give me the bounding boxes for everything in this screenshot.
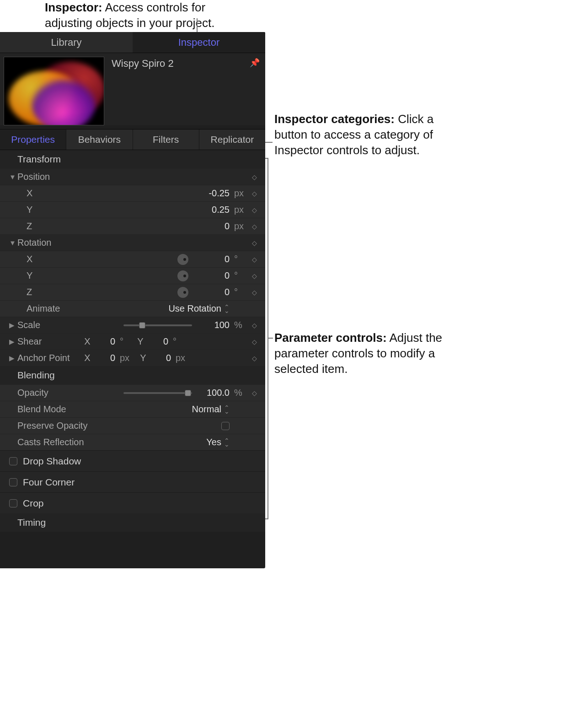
tab-replicator[interactable]: Replicator	[199, 129, 265, 150]
row-preserve-opacity: Preserve Opacity	[0, 417, 265, 434]
keyframe-icon[interactable]	[250, 289, 259, 296]
position-y-value[interactable]: 0.25	[202, 205, 230, 215]
shear-y-value[interactable]: 0	[150, 336, 168, 347]
shear-x-value[interactable]: 0	[97, 336, 115, 347]
group-drop-shadow[interactable]: Drop Shadow	[0, 450, 265, 471]
row-position-z: Z 0 px	[0, 218, 265, 234]
tab-inspector[interactable]: Inspector	[133, 32, 265, 53]
keyframe-icon[interactable]	[250, 256, 259, 263]
row-rotation[interactable]: Rotation	[0, 234, 265, 251]
keyframe-icon[interactable]	[250, 206, 259, 214]
chevron-updown-icon: ⌃⌄	[224, 439, 230, 446]
rotation-label: Rotation	[17, 237, 86, 248]
row-animate: Animate Use Rotation ⌃⌄	[0, 300, 265, 317]
rotation-x-value[interactable]: 0	[202, 254, 230, 264]
casts-reflection-label: Casts Reflection	[17, 437, 109, 448]
inspector-panel: Library Inspector Wispy Spiro 2 📌 Proper…	[0, 32, 265, 568]
row-rotation-y: Y 0 °	[0, 267, 265, 284]
keyframe-icon[interactable]	[250, 355, 259, 362]
animate-label: Animate	[27, 303, 95, 314]
chevron-updown-icon: ⌃⌄	[224, 406, 230, 413]
scale-value[interactable]: 100	[202, 320, 230, 330]
preview-row: Wispy Spiro 2 📌	[0, 53, 265, 125]
tab-behaviors[interactable]: Behaviors	[66, 129, 133, 150]
anchor-label: Anchor Point	[17, 353, 86, 363]
rotation-dial[interactable]	[177, 270, 188, 281]
annotation-inspector-bold: Inspector:	[45, 0, 102, 14]
row-position-y: Y 0.25 px	[0, 201, 265, 218]
anchor-y-value[interactable]: 0	[153, 353, 171, 363]
disclosure-right-icon[interactable]	[9, 321, 17, 329]
position-x-value[interactable]: -0.25	[202, 188, 230, 199]
position-z-value[interactable]: 0	[202, 221, 230, 232]
anchor-x-value[interactable]: 0	[97, 353, 115, 363]
label-y: Y	[27, 205, 95, 215]
label-x: X	[27, 188, 95, 199]
opacity-label: Opacity	[17, 388, 86, 398]
disclosure-down-icon[interactable]	[9, 239, 17, 247]
section-transform: Transform	[0, 150, 265, 168]
four-corner-label: Four Corner	[23, 477, 75, 488]
pin-icon[interactable]: 📌	[250, 58, 260, 68]
object-title: Wispy Spiro 2	[112, 58, 242, 70]
tab-properties[interactable]: Properties	[0, 129, 66, 150]
row-position-x: X -0.25 px	[0, 185, 265, 201]
rotation-dial[interactable]	[177, 254, 188, 265]
tab-filters[interactable]: Filters	[133, 129, 199, 150]
four-corner-checkbox[interactable]	[9, 478, 17, 486]
tab-library[interactable]: Library	[0, 32, 133, 53]
disclosure-down-icon[interactable]	[9, 173, 17, 181]
scale-label: Scale	[17, 320, 86, 330]
keyframe-icon[interactable]	[250, 389, 259, 397]
section-blending: Blending	[0, 366, 265, 384]
keyframe-icon[interactable]	[250, 239, 259, 247]
annotation-params: Parameter controls: Adjust the parameter…	[274, 330, 466, 377]
preserve-opacity-label: Preserve Opacity	[17, 421, 109, 431]
crop-label: Crop	[23, 498, 44, 509]
drop-shadow-checkbox[interactable]	[9, 457, 17, 465]
row-position[interactable]: Position	[0, 168, 265, 185]
keyframe-icon[interactable]	[250, 322, 259, 329]
keyframe-icon[interactable]	[250, 338, 259, 345]
position-label: Position	[17, 172, 86, 182]
object-thumbnail	[4, 57, 104, 125]
crop-checkbox[interactable]	[9, 499, 17, 507]
group-crop[interactable]: Crop	[0, 492, 265, 513]
label-z: Z	[27, 221, 95, 232]
rotation-y-value[interactable]: 0	[202, 270, 230, 281]
chevron-updown-icon: ⌃⌄	[224, 305, 230, 313]
row-casts-reflection: Casts Reflection Yes ⌃⌄	[0, 434, 265, 450]
keyframe-icon[interactable]	[250, 190, 259, 197]
preserve-opacity-checkbox[interactable]	[221, 422, 230, 430]
keyframe-icon[interactable]	[250, 223, 259, 230]
opacity-slider[interactable]	[123, 392, 192, 394]
annotation-inspector: Inspector: Access controls for adjusting…	[45, 0, 237, 31]
row-shear[interactable]: Shear X 0 ° Y 0 °	[0, 333, 265, 350]
disclosure-right-icon[interactable]	[9, 338, 17, 346]
annotation-categories-bold: Inspector categories:	[274, 112, 395, 126]
disclosure-right-icon[interactable]	[9, 354, 17, 362]
opacity-value[interactable]: 100.0	[202, 388, 230, 398]
row-rotation-x: X 0 °	[0, 251, 265, 267]
keyframe-icon[interactable]	[250, 272, 259, 280]
annotation-categories: Inspector categories: Click a button to …	[274, 112, 466, 158]
row-blend-mode: Blend Mode Normal ⌃⌄	[0, 401, 265, 417]
blendmode-dropdown[interactable]: Normal ⌃⌄	[192, 404, 230, 415]
row-anchor-point[interactable]: Anchor Point X 0 px Y 0 px	[0, 350, 265, 366]
animate-dropdown[interactable]: Use Rotation ⌃⌄	[168, 303, 230, 314]
annotation-params-bold: Parameter controls:	[274, 331, 387, 345]
blendmode-label: Blend Mode	[17, 404, 86, 415]
leader-line	[265, 142, 273, 143]
row-opacity: Opacity 100.0 %	[0, 384, 265, 401]
group-four-corner[interactable]: Four Corner	[0, 471, 265, 492]
bracket-tick	[265, 518, 268, 519]
scale-slider[interactable]	[123, 324, 192, 326]
drop-shadow-label: Drop Shadow	[23, 456, 81, 467]
keyframe-icon[interactable]	[250, 173, 259, 181]
rotation-z-value[interactable]: 0	[202, 287, 230, 297]
leader-line	[267, 338, 273, 339]
rotation-dial[interactable]	[177, 287, 188, 298]
row-scale[interactable]: Scale 100 %	[0, 317, 265, 333]
casts-reflection-dropdown[interactable]: Yes ⌃⌄	[206, 437, 230, 448]
bracket-line	[267, 158, 268, 519]
